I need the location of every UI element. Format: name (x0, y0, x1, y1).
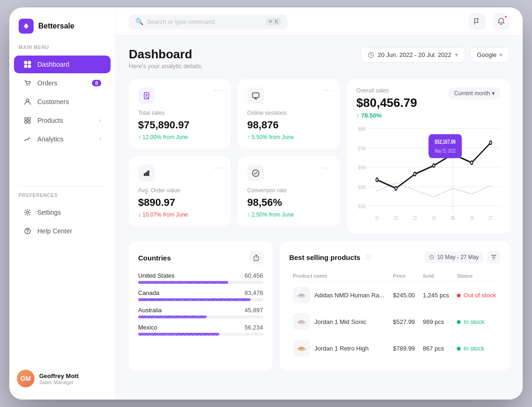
svg-text:$30K: $30K (358, 184, 366, 190)
sidebar-item-helpcenter[interactable]: Help Center (14, 222, 111, 240)
notification-dot (504, 15, 508, 19)
flag-button[interactable] (469, 13, 485, 30)
main-nav: Dashboard Orders 8 (9, 55, 115, 179)
conversion-label: Conversion rate (247, 187, 330, 194)
flag-icon (473, 18, 481, 25)
export-button[interactable] (249, 251, 263, 265)
customers-label: Customers (37, 98, 69, 105)
svg-text:23: 23 (413, 215, 416, 221)
product-status: Out of stock (453, 282, 500, 309)
online-sessions-menu[interactable]: ··· (323, 85, 333, 95)
product-thumb (293, 340, 310, 357)
user-profile[interactable]: GM Geoffrey Mott Sales Manager (9, 365, 115, 392)
product-sold: 1,245 pcs (419, 282, 453, 309)
sidebar-item-analytics[interactable]: Analytics › (14, 130, 111, 148)
sales-arrow: ↑ (357, 112, 361, 119)
online-sessions-change: ↑ 5.50% from June (247, 134, 330, 140)
product-name: Jordan 1 Retro High (315, 345, 369, 352)
notification-button[interactable] (493, 13, 510, 30)
page-subtitle: Here's your analytic details. (129, 63, 203, 70)
sales-info: Overall sales $80,456.79 ↑ 78.50% (357, 87, 417, 119)
product-price: $789.99 (389, 335, 419, 362)
clock-small-icon (429, 254, 434, 260)
countries-list: United States 60,456 Canada 83,478 (138, 272, 263, 336)
info-icon: ⓘ (366, 253, 371, 261)
total-sales-menu[interactable]: ··· (214, 85, 224, 95)
countries-card: Countries United States 60,456 (129, 241, 273, 371)
period-button[interactable]: Current month ▾ (448, 87, 500, 99)
chart-area: $90K $70K $50K $30K $10K 21 22 23 24 25 … (357, 123, 500, 225)
logo[interactable]: Bettersale (9, 19, 115, 45)
status-dot-in (457, 347, 461, 351)
sidebar-item-settings[interactable]: Settings (14, 204, 111, 221)
dashboard-label: Dashboard (37, 61, 70, 68)
online-sessions-card: ··· Online sessions 98,876 ↑ 5.50% from … (238, 79, 340, 149)
sidebar: Bettersale MAIN MENU Dashboard (9, 7, 116, 400)
sidebar-item-customers[interactable]: Customers (14, 93, 111, 111)
list-item: Canada 83,478 (138, 289, 263, 301)
svg-text:24: 24 (432, 215, 435, 221)
avg-order-icon (138, 165, 155, 182)
product-cell: Jordan 1 Mid Sonic (293, 313, 385, 330)
user-info: Geoffrey Mott Sales Manager (39, 372, 108, 385)
online-sessions-label: Online sessions (247, 110, 330, 116)
product-name: Jordan 1 Mid Sonic (315, 318, 366, 325)
products-label: Products (37, 117, 63, 124)
online-sessions-icon (247, 87, 264, 104)
svg-point-55 (299, 320, 304, 323)
mid-metrics: ··· Online sessions 98,876 ↑ 5.50% from … (238, 79, 340, 226)
date-chevron: ▾ (455, 51, 458, 58)
date-range-label: 20 Jun. 2022 - 20 Jul. 2022 (378, 51, 452, 58)
conversion-menu[interactable]: ··· (323, 163, 333, 173)
col-sold: Sold (419, 270, 453, 282)
source-chevron: ▾ (499, 51, 503, 58)
product-price: $527.99 (389, 309, 419, 335)
svg-rect-2 (24, 65, 27, 68)
page-header: Dashboard Here's your analytic details. … (129, 47, 510, 70)
svg-point-4 (27, 85, 28, 86)
product-sold: 989 pcs (419, 309, 453, 335)
sidebar-item-dashboard[interactable]: Dashboard (14, 56, 111, 73)
products-title: Best selling products (289, 253, 361, 261)
svg-point-44 (470, 161, 473, 164)
product-sold: 867 pcs (419, 335, 453, 362)
date-picker-button[interactable]: 20 Jun. 2022 - 20 Jul. 2022 ▾ (361, 47, 466, 63)
svg-text:25: 25 (451, 215, 455, 221)
sidebar-item-orders[interactable]: Orders 8 (14, 74, 111, 92)
page-title: Dashboard (129, 47, 203, 62)
source-button[interactable]: Google ▾ (470, 47, 510, 63)
svg-point-42 (433, 164, 435, 167)
conversion-card: ··· Conversion rate 98,56% ↑ 2.50% from … (238, 156, 340, 226)
products-controls: 10 May - 27 May (424, 251, 500, 264)
helpcenter-label: Help Center (37, 227, 72, 235)
products-table: Product name Price Sold Status (289, 270, 500, 362)
svg-text:$10K: $10K (358, 204, 366, 210)
metrics-section: ··· Total sales $75,890.97 (129, 79, 510, 234)
logo-icon (19, 19, 34, 34)
filter-button[interactable] (487, 251, 500, 264)
svg-text:22: 22 (394, 215, 398, 221)
svg-text:$52,167.99: $52,167.99 (434, 138, 455, 145)
svg-point-41 (413, 172, 416, 175)
search-icon: 🔍 (135, 18, 143, 25)
sales-card-header: Overall sales $80,456.79 ↑ 78.50% Curren… (357, 87, 500, 119)
avg-order-menu[interactable]: ··· (214, 163, 224, 173)
products-card: Best selling products ⓘ 10 May - 27 May (280, 241, 510, 371)
status-dot-out (457, 294, 461, 297)
avg-order-card: ··· Avg. Order value $890.97 ↓ (129, 156, 231, 226)
product-status: In stock (453, 335, 500, 362)
search-bar[interactable]: 🔍 Search or type command ⌘ K (129, 14, 287, 29)
online-sessions-arrow: ↑ (247, 134, 252, 140)
svg-rect-9 (25, 121, 27, 123)
svg-point-6 (26, 99, 29, 102)
page-controls: 20 Jun. 2022 - 20 Jul. 2022 ▾ Google ▾ (361, 47, 510, 63)
sidebar-item-products[interactable]: Products › (14, 112, 111, 129)
conversion-arrow: ↑ (247, 211, 252, 218)
countries-header: Countries (138, 251, 263, 265)
sales-card-label: Overall sales (357, 87, 417, 94)
products-date-range: 10 May - 27 May (424, 252, 483, 263)
table-row: Jordan 1 Mid Sonic $527.99 989 pcs In st… (289, 309, 500, 335)
svg-point-40 (395, 187, 397, 190)
avatar: GM (17, 370, 35, 387)
countries-title: Countries (138, 254, 171, 262)
